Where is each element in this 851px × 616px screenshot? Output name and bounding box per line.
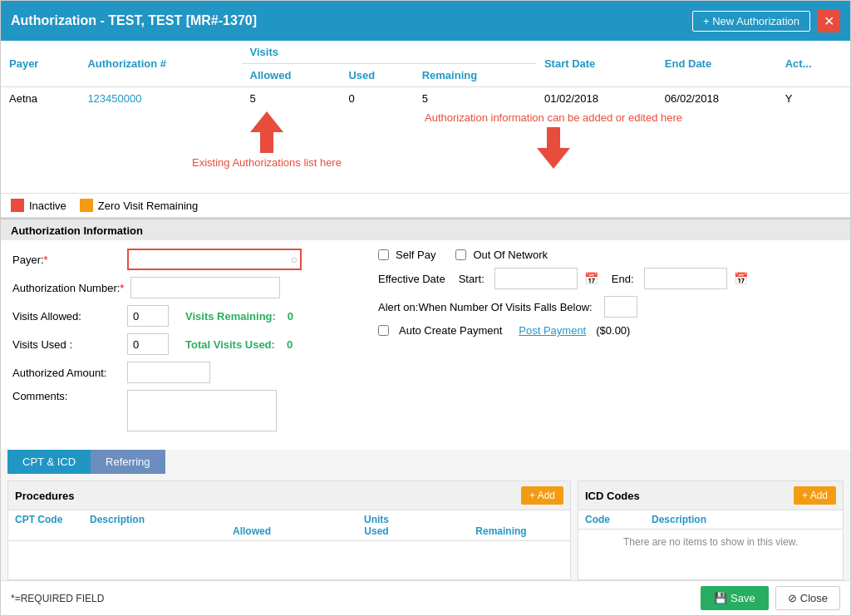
self-pay-checkbox[interactable]: [378, 249, 389, 260]
tab-cpt-icd[interactable]: CPT & ICD: [7, 450, 91, 474]
visits-allowed-label: Visits Allowed:: [12, 310, 121, 323]
footer: *=REQUIRED FIELD 💾 Save ⊘ Close: [1, 580, 850, 615]
bottom-tables: Procedures + Add CPT Code Description Un…: [1, 474, 850, 580]
icd-header: ICD Codes + Add: [578, 481, 843, 510]
payer-dropdown-icon[interactable]: ○: [291, 253, 298, 266]
visits-remaining-label: Visits Remaining:: [185, 310, 276, 323]
end-date-cell: 06/02/2018: [657, 87, 777, 111]
auth-num-col-header: Authorization #: [79, 41, 241, 87]
procedures-add-button[interactable]: + Add: [521, 486, 563, 505]
inactive-color-box: [11, 199, 24, 212]
annotations-area: Existing Authorizations list here Author…: [1, 110, 850, 193]
auth-num-cell[interactable]: 123450000: [79, 87, 241, 111]
auth-info-form: Payer:* ○ Authorization Number:*: [1, 240, 850, 446]
save-button[interactable]: 💾 Save: [701, 586, 769, 610]
icd-title: ICD Codes: [585, 490, 640, 502]
required-field-note: *=REQUIRED FIELD: [11, 593, 104, 604]
start-date-input[interactable]: [494, 268, 578, 289]
procedures-col-headers: CPT Code Description Units Allowed Used …: [8, 510, 570, 541]
post-payment-amount: ($0.00): [596, 324, 630, 337]
icd-desc-header: Description: [652, 514, 836, 525]
comments-textarea[interactable]: [127, 390, 277, 431]
visits-used-row: Visits Used : Total Visits Used: 0: [12, 333, 362, 355]
icd-col-headers: Code Description: [578, 510, 843, 530]
payer-cell: Aetna: [1, 87, 79, 111]
visits-col-header: Visits: [242, 41, 536, 64]
end-date-input[interactable]: [644, 268, 727, 289]
visits-used-label: Visits Used :: [12, 338, 121, 351]
start-date-col-header: Start Date: [536, 41, 657, 87]
save-icon: 💾: [714, 592, 727, 604]
arrow-down-icon: [537, 127, 570, 169]
auth-info-section-title: Authorization Information: [1, 218, 850, 240]
auto-create-label: Auto Create Payment: [399, 324, 502, 337]
auth-number-row: Authorization Number:*: [12, 277, 362, 298]
tab-referring[interactable]: Referring: [91, 450, 165, 474]
header-title: Authorization - TEST, TEST [MR#-1370]: [11, 13, 257, 28]
icd-table: ICD Codes + Add Code Description There a…: [578, 480, 844, 580]
end-label: End:: [612, 273, 634, 285]
visits-allowed-input[interactable]: [127, 305, 169, 327]
tabs-row: CPT & ICD Referring: [1, 450, 850, 474]
icd-code-header: Code: [585, 514, 652, 525]
inactive-legend: Inactive: [11, 199, 66, 212]
zero-visit-label: Zero Visit Remaining: [98, 200, 198, 212]
auto-create-checkbox[interactable]: [378, 325, 389, 336]
zero-visit-color-box: [80, 199, 93, 212]
visits-used-input[interactable]: [127, 333, 169, 355]
act-col-header: Act...: [777, 41, 850, 87]
header-close-button[interactable]: ✕: [817, 9, 840, 32]
comments-row: Comments:: [12, 390, 362, 431]
end-calendar-icon[interactable]: 📅: [734, 272, 748, 285]
alert-input[interactable]: [604, 296, 637, 318]
zero-visit-legend: Zero Visit Remaining: [80, 199, 198, 212]
act-cell: Y: [777, 87, 850, 111]
authorized-amount-row: Authorized Amount:: [12, 362, 362, 383]
authorized-amount-input[interactable]: [127, 362, 210, 383]
out-of-network-checkbox[interactable]: [455, 249, 466, 260]
header: Authorization - TEST, TEST [MR#-1370] + …: [1, 1, 850, 41]
arrow-up-icon: [250, 111, 283, 153]
allowed-col-header: Allowed: [242, 64, 341, 87]
icd-empty-message: There are no items to show in this view.: [578, 530, 843, 554]
new-authorization-button[interactable]: + New Authorization: [692, 11, 810, 32]
start-calendar-icon[interactable]: 📅: [584, 272, 598, 285]
payer-input[interactable]: [127, 249, 302, 270]
svg-marker-1: [537, 127, 570, 169]
payer-input-wrapper: ○: [127, 249, 302, 270]
total-visits-label: Total Visits Used:: [185, 338, 275, 351]
alert-label: Alert on:When Number Of Visits Falls Bel…: [378, 301, 593, 313]
auth-number-label: Authorization Number:*: [12, 282, 124, 294]
auth-number-input[interactable]: [130, 277, 280, 298]
start-label: Start:: [459, 273, 485, 285]
post-payment-link[interactable]: Post Payment: [519, 324, 586, 337]
payer-row: Payer:* ○: [12, 249, 362, 270]
existing-auth-text: Existing Authorizations list here: [192, 156, 342, 169]
total-visits-value: 0: [287, 338, 293, 351]
icd-add-button[interactable]: + Add: [794, 486, 836, 505]
comments-label: Comments:: [12, 390, 121, 402]
authorization-table: Payer Authorization # Visits Start Date …: [1, 41, 850, 110]
authorization-table-area: Payer Authorization # Visits Start Date …: [1, 41, 850, 110]
units-subheaders: Allowed Used Remaining: [189, 525, 563, 537]
procedures-title: Procedures: [15, 490, 75, 502]
effective-date-label: Effective Date: [378, 273, 445, 285]
units-header-group: Units Allowed Used Remaining: [189, 514, 563, 537]
units-group-header: Units: [189, 514, 563, 525]
close-icon: ⊘: [788, 592, 797, 604]
remaining-col-header: Remaining: [414, 64, 536, 87]
visits-remaining-value: 0: [288, 310, 293, 323]
close-footer-button[interactable]: ⊘ Close: [775, 586, 840, 610]
out-of-network-label: Out Of Network: [473, 249, 548, 261]
authorized-amount-label: Authorized Amount:: [12, 367, 121, 379]
table-row[interactable]: Aetna 123450000 5 0 5 01/02/2018 06/02/2…: [1, 87, 850, 111]
used-cell: 0: [340, 87, 413, 111]
procedures-header: Procedures + Add: [8, 481, 570, 510]
auth-info-text: Authorization information can be added o…: [425, 111, 682, 124]
existing-auth-annotation: Existing Authorizations list here: [192, 111, 342, 169]
legend-row: Inactive Zero Visit Remaining: [1, 193, 850, 218]
effective-date-row: Effective Date Start: 📅 End: 📅: [378, 268, 839, 289]
payer-col-header: Payer: [1, 41, 79, 87]
self-pay-row: Self Pay Out Of Network: [378, 249, 839, 261]
auth-info-annotation: Authorization information can be added o…: [425, 111, 682, 169]
